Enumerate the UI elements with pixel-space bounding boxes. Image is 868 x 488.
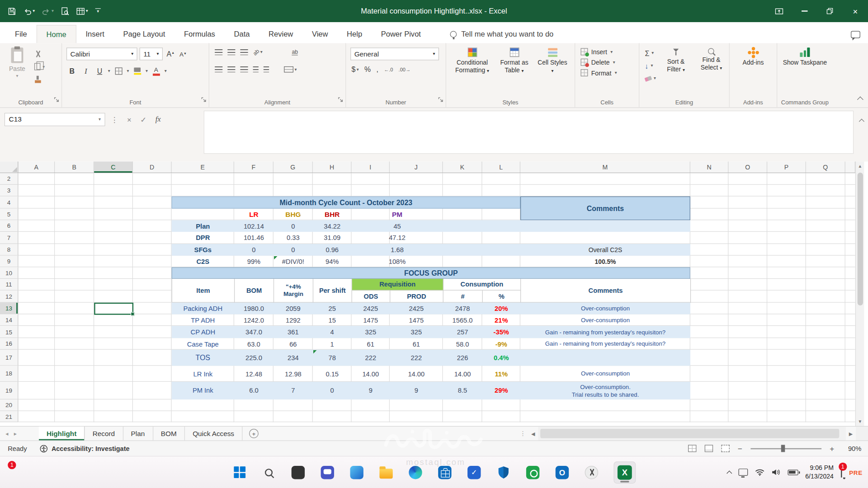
- zoom-slider-thumb[interactable]: [781, 445, 785, 452]
- cell[interactable]: [482, 232, 520, 244]
- row-label[interactable]: DPR: [172, 232, 234, 244]
- header-requisition[interactable]: Requisition: [352, 279, 443, 291]
- security-button[interactable]: [496, 465, 511, 479]
- cell[interactable]: 0: [274, 220, 313, 232]
- percent-style-button[interactable]: %: [364, 65, 371, 73]
- cut-button[interactable]: [34, 49, 45, 59]
- italic-button[interactable]: I: [80, 65, 91, 77]
- cell[interactable]: 1475: [352, 314, 390, 326]
- cell[interactable]: 63.0: [234, 338, 274, 350]
- cell[interactable]: 11%: [482, 366, 520, 382]
- row-header-14[interactable]: 14: [0, 314, 18, 326]
- row-header-8[interactable]: 8: [0, 244, 18, 256]
- sheet-tab-plan[interactable]: Plan: [123, 427, 153, 441]
- focus-table-title[interactable]: FOCUS GROUP: [172, 267, 690, 279]
- cell[interactable]: 1: [313, 338, 352, 350]
- row-header-18[interactable]: 18: [0, 366, 18, 382]
- cell[interactable]: [443, 220, 482, 232]
- align-bottom-button[interactable]: [240, 49, 248, 55]
- column-header-H[interactable]: H: [313, 162, 352, 173]
- column-header-Q[interactable]: Q: [806, 162, 845, 173]
- decrease-font-button[interactable]: A▾: [178, 51, 188, 57]
- delete-cells-button[interactable]: Delete▾: [580, 59, 634, 66]
- align-top-button[interactable]: [215, 49, 222, 55]
- row-header-12[interactable]: 12: [0, 291, 18, 303]
- excel-taskbar-button[interactable]: X: [613, 461, 636, 483]
- name-box[interactable]: C13 ▾: [5, 113, 105, 126]
- cell[interactable]: 101.46: [234, 232, 274, 244]
- conditional-formatting-button[interactable]: Conditional Formatting ▾: [452, 47, 492, 74]
- clear-button[interactable]: ▾: [645, 74, 656, 84]
- cell[interactable]: 61: [352, 338, 390, 350]
- paste-button[interactable]: Paste ▾: [5, 47, 30, 84]
- horizontal-scroll-thumb[interactable]: [540, 429, 839, 438]
- header-bhr[interactable]: BHR: [313, 209, 352, 221]
- cell[interactable]: 12.98: [274, 366, 313, 382]
- cell[interactable]: 0: [274, 244, 313, 256]
- cell[interactable]: Over-consumption: [520, 314, 690, 326]
- cell[interactable]: 58.0: [443, 338, 482, 350]
- sheet-tab-highlight[interactable]: Highlight: [39, 427, 85, 441]
- number-dialog-launcher[interactable]: [438, 94, 443, 104]
- scroll-right-icon[interactable]: ▶: [846, 431, 856, 436]
- zoom-slider[interactable]: [750, 448, 821, 449]
- save-button[interactable]: [8, 7, 16, 15]
- cell[interactable]: Overall C2S: [520, 244, 690, 256]
- cell[interactable]: 2425: [352, 303, 390, 314]
- cell[interactable]: 234: [274, 350, 313, 366]
- cell[interactable]: 2478: [443, 303, 482, 314]
- header-consumption[interactable]: Consumption: [443, 279, 521, 291]
- cell[interactable]: 0: [313, 382, 352, 399]
- cell[interactable]: 222: [390, 350, 443, 366]
- increase-font-button[interactable]: A▴: [165, 50, 175, 58]
- cell-styles-button[interactable]: Cell Styles ▾: [537, 47, 569, 74]
- search-button[interactable]: [262, 465, 276, 479]
- cell[interactable]: [520, 350, 690, 366]
- row-label[interactable]: C2S: [172, 256, 234, 267]
- row-header-2[interactable]: 2: [0, 173, 18, 185]
- header-bhg[interactable]: BHG: [274, 209, 313, 221]
- cell[interactable]: 0.33: [274, 232, 313, 244]
- autosum-button[interactable]: Σ▾: [645, 48, 656, 58]
- tab-data[interactable]: Data: [225, 25, 259, 43]
- scroll-down-icon[interactable]: ▼: [856, 419, 864, 424]
- close-button[interactable]: ×: [843, 0, 868, 22]
- cell[interactable]: 47.12: [352, 232, 443, 244]
- tab-file[interactable]: File: [5, 25, 36, 43]
- tab-view[interactable]: View: [302, 25, 337, 43]
- column-header-J[interactable]: J: [390, 162, 443, 173]
- cell[interactable]: [443, 232, 482, 244]
- row-header-10[interactable]: 10: [0, 267, 18, 279]
- cell[interactable]: 325: [390, 326, 443, 338]
- cell[interactable]: 1242.0: [234, 314, 274, 326]
- cell[interactable]: 9: [352, 382, 390, 399]
- cell[interactable]: [443, 244, 482, 256]
- cell[interactable]: 61: [390, 338, 443, 350]
- wifi-icon[interactable]: [755, 469, 764, 476]
- normal-view-button[interactable]: [688, 445, 696, 452]
- cell[interactable]: [482, 244, 520, 256]
- sheet-tab-quick-access[interactable]: Quick Access: [185, 427, 242, 441]
- column-header-E[interactable]: E: [172, 162, 234, 173]
- align-center-button[interactable]: [227, 66, 235, 72]
- align-middle-button[interactable]: [227, 49, 235, 55]
- row-header-13[interactable]: 13: [0, 303, 18, 314]
- cell[interactable]: 1980.0: [234, 303, 274, 314]
- header-bom[interactable]: BOM: [235, 279, 274, 303]
- cancel-entry-button[interactable]: ×: [127, 115, 132, 123]
- cell[interactable]: 1.68: [352, 244, 443, 256]
- edge-button[interactable]: [408, 465, 423, 479]
- restore-button[interactable]: [817, 0, 842, 22]
- show-taskpane-button[interactable]: Show Taskpane: [781, 47, 830, 66]
- row-header-4[interactable]: 4: [0, 197, 18, 209]
- minimize-button[interactable]: [792, 0, 817, 22]
- formula-bar-handle[interactable]: ⋮: [111, 115, 118, 124]
- cell[interactable]: 31.09: [313, 232, 352, 244]
- formula-input[interactable]: [204, 111, 854, 154]
- row-header-9[interactable]: 9: [0, 256, 18, 267]
- row-header-3[interactable]: 3: [0, 185, 18, 197]
- cell[interactable]: -35%: [482, 326, 520, 338]
- tab-home[interactable]: Home: [37, 25, 76, 43]
- new-sheet-button[interactable]: +: [249, 429, 259, 438]
- cell[interactable]: 21%: [482, 314, 520, 326]
